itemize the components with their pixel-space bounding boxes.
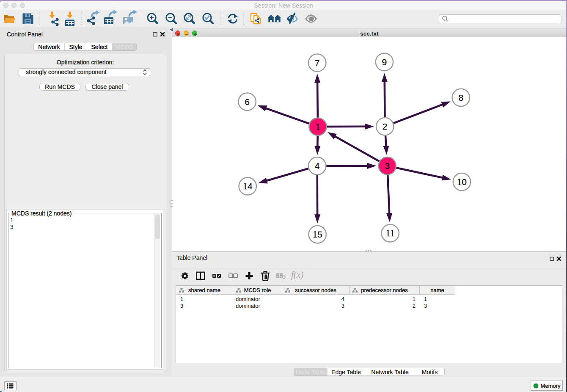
svg-text:1: 1 (315, 121, 320, 132)
svg-text:9: 9 (382, 57, 387, 67)
svg-text:11: 11 (385, 228, 395, 238)
svg-text:6: 6 (245, 97, 250, 107)
svg-text:3: 3 (385, 161, 390, 171)
svg-text:7: 7 (315, 58, 320, 68)
svg-text:8: 8 (458, 93, 463, 102)
svg-text:2: 2 (383, 121, 388, 131)
svg-text:15: 15 (313, 229, 322, 240)
svg-text:10: 10 (457, 177, 467, 187)
svg-text:14: 14 (243, 181, 253, 191)
svg-text:4: 4 (315, 161, 320, 171)
